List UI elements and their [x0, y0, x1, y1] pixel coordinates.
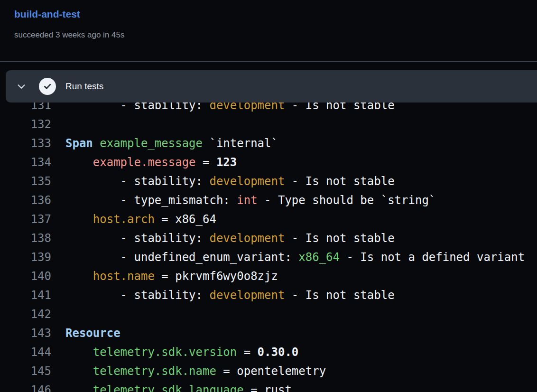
log-line: 134 example.message = 123	[0, 153, 537, 172]
log-line-number[interactable]: 134	[0, 153, 51, 172]
log-line-number[interactable]: 133	[0, 134, 51, 153]
check-circle-icon	[39, 78, 56, 95]
step-name: Run tests	[65, 81, 103, 92]
header-divider	[0, 61, 537, 62]
log-line-text: Resource	[65, 324, 120, 343]
log-line: 132	[0, 115, 537, 134]
log-line-text: telemetry.sdk.version = 0.30.0	[65, 343, 298, 362]
log-line-number[interactable]: 138	[0, 229, 51, 248]
log-output[interactable]: 131 - stability: development - Is not st…	[0, 96, 537, 392]
log-line: 142	[0, 305, 537, 324]
log-line-text: telemetry.sdk.language = rust	[65, 381, 292, 392]
log-line-text: - undefined_enum_variant: x86_64 - Is no…	[65, 248, 525, 267]
log-line-number[interactable]: 146	[0, 381, 51, 392]
log-line-number[interactable]: 139	[0, 248, 51, 267]
log-line-number[interactable]: 136	[0, 191, 51, 210]
log-line-number[interactable]: 140	[0, 267, 51, 286]
log-line-number[interactable]: 142	[0, 305, 51, 324]
log-line: 139 - undefined_enum_variant: x86_64 - I…	[0, 248, 537, 267]
log-line-number[interactable]: 135	[0, 172, 51, 191]
log-line-number[interactable]: 132	[0, 115, 51, 134]
log-line: 140 host.name = pkrvmf6wy0o8zjz	[0, 267, 537, 286]
log-line-text: host.arch = x86_64	[65, 210, 216, 229]
log-line-text: telemetry.sdk.name = opentelemetry	[65, 362, 326, 381]
chevron-down-icon[interactable]	[16, 81, 27, 92]
log-line-text: - stability: development - Is not stable	[65, 286, 395, 305]
job-title[interactable]: build-and-test	[14, 9, 80, 20]
step-header[interactable]: Run tests	[6, 70, 537, 103]
log-line-number[interactable]: 144	[0, 343, 51, 362]
log-line: 137 host.arch = x86_64	[0, 210, 537, 229]
log-line-text: example.message = 123	[65, 153, 237, 172]
log-line: 146 telemetry.sdk.language = rust	[0, 381, 537, 392]
log-line-text: Span example_message `internal`	[65, 134, 278, 153]
log-line: 135 - stability: development - Is not st…	[0, 172, 537, 191]
log-line-number[interactable]: 143	[0, 324, 51, 343]
log-line-text: - type_mismatch: int - Type should be `s…	[65, 191, 435, 210]
log-line-text: - stability: development - Is not stable	[65, 172, 395, 191]
log-line: 144 telemetry.sdk.version = 0.30.0	[0, 343, 537, 362]
log-line-text: - stability: development - Is not stable	[65, 229, 395, 248]
log-line: 138 - stability: development - Is not st…	[0, 229, 537, 248]
job-status-line: succeeded 3 weeks ago in 45s	[14, 30, 125, 40]
log-line-number[interactable]: 145	[0, 362, 51, 381]
log-line-number[interactable]: 141	[0, 286, 51, 305]
log-line: 133Span example_message `internal`	[0, 134, 537, 153]
log-line: 141 - stability: development - Is not st…	[0, 286, 537, 305]
log-line-number[interactable]: 137	[0, 210, 51, 229]
log-line: 145 telemetry.sdk.name = opentelemetry	[0, 362, 537, 381]
log-line-text: host.name = pkrvmf6wy0o8zjz	[65, 267, 278, 286]
log-line: 143Resource	[0, 324, 537, 343]
log-line: 136 - type_mismatch: int - Type should b…	[0, 191, 537, 210]
workflow-log-page: build-and-test succeeded 3 weeks ago in …	[0, 0, 537, 392]
